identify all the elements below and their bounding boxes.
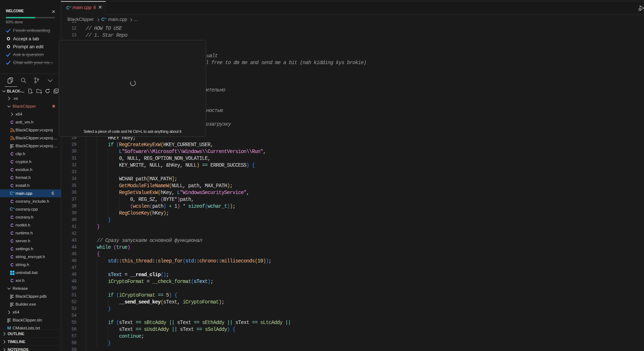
svg-text:++: ++ [104, 17, 106, 20]
svg-text:++: ++ [69, 6, 71, 8]
